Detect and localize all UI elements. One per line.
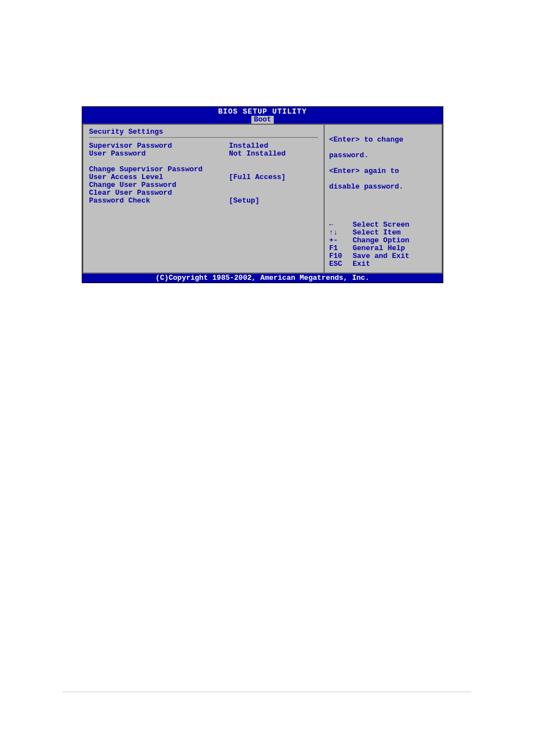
title-bar: BIOS SETUP UTILITY Boot — [82, 107, 443, 124]
help-text: <Enter> to change password. <Enter> agai… — [329, 128, 437, 199]
nav-desc: Change Option — [353, 237, 409, 245]
action-label: Clear User Password — [89, 189, 229, 197]
nav-desc: Exit — [353, 260, 370, 268]
action-user-access-level[interactable]: User Access Level [Full Access] — [89, 173, 318, 181]
action-label: User Access Level — [89, 173, 229, 181]
nav-general-help: F1 General Help — [329, 245, 437, 252]
action-value: [Full Access] — [229, 173, 285, 181]
nav-key: F10 — [329, 252, 353, 260]
setting-supervisor-password: Supervisor Password Installed — [89, 142, 318, 150]
help-pane: <Enter> to change password. <Enter> agai… — [324, 124, 443, 274]
action-label: Change Supervisor Password — [89, 166, 229, 173]
nav-desc: Select Item — [353, 229, 401, 237]
help-line: password. — [329, 152, 437, 159]
action-clear-user-password[interactable]: Clear User Password — [89, 189, 318, 197]
nav-select-screen: ← Select Screen — [329, 221, 437, 229]
action-value: [Setup] — [229, 197, 260, 205]
action-label: Password Check — [89, 197, 229, 205]
action-change-supervisor-password[interactable]: Change Supervisor Password — [89, 166, 318, 173]
nav-key: ESC — [329, 260, 353, 268]
nav-exit: ESC Exit — [329, 260, 437, 268]
bios-window: BIOS SETUP UTILITY Boot Security Setting… — [82, 106, 443, 283]
help-line: disable password. — [329, 183, 437, 191]
action-change-user-password[interactable]: Change User Password — [89, 181, 318, 189]
nav-key: F1 — [329, 245, 353, 252]
left-arrow-icon: ← — [329, 221, 353, 229]
nav-change-option: +- Change Option — [329, 237, 437, 245]
action-label: Change User Password — [89, 181, 229, 189]
help-line: <Enter> to change — [329, 136, 437, 144]
section-header: Security Settings — [89, 128, 318, 138]
nav-legend: ← Select Screen ↑↓ Select Item +- Change… — [329, 199, 437, 268]
action-password-check[interactable]: Password Check [Setup] — [89, 197, 318, 205]
settings-pane: Security Settings Supervisor Password In… — [82, 124, 324, 274]
nav-save-exit: F10 Save and Exit — [329, 252, 437, 260]
setting-value: Installed — [229, 142, 268, 150]
setting-label: User Password — [89, 150, 229, 158]
nav-key: +- — [329, 237, 353, 245]
setting-label: Supervisor Password — [89, 142, 229, 150]
setting-user-password: User Password Not Installed — [89, 150, 318, 158]
nav-desc: Select Screen — [353, 221, 409, 229]
updown-arrow-icon: ↑↓ — [329, 229, 353, 237]
tab-boot[interactable]: Boot — [251, 116, 273, 124]
window-title: BIOS SETUP UTILITY — [82, 108, 443, 116]
nav-select-item: ↑↓ Select Item — [329, 229, 437, 237]
nav-desc: General Help — [353, 245, 405, 252]
setting-value: Not Installed — [229, 150, 285, 158]
page-divider — [63, 692, 471, 692]
nav-desc: Save and Exit — [353, 252, 409, 260]
help-line: <Enter> again to — [329, 167, 437, 175]
copyright-footer: (C)Copyright 1985-2002, American Megatre… — [82, 274, 443, 283]
